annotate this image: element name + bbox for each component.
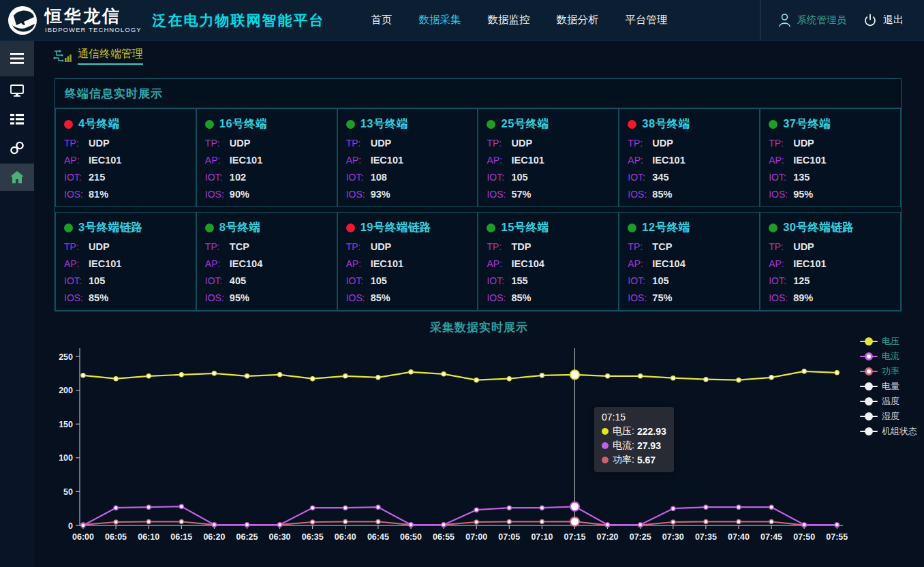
field-label: TP: (346, 241, 371, 252)
field-label: IOT: (64, 172, 89, 183)
field-value: UDP (652, 138, 673, 149)
legend-item-2[interactable]: 功率 (860, 364, 917, 379)
svg-text:0: 0 (68, 521, 73, 531)
legend-label: 电压 (882, 335, 899, 348)
breadcrumb-label[interactable]: 通信终端管理 (78, 47, 143, 65)
legend-marker (860, 337, 878, 346)
svg-text:07:45: 07:45 (760, 532, 782, 542)
terminal-card[interactable]: 15号终端TP:TDPAP:IEC104IOT:155IOS:85% (478, 212, 619, 311)
field-value: UDP (511, 138, 532, 149)
field-value: 93% (371, 189, 390, 200)
terminal-card[interactable]: 19号终端链路TP:UDPAP:IEC101IOT:105IOS:85% (337, 212, 478, 311)
svg-text:06:15: 06:15 (170, 532, 192, 542)
sidebar-item-list[interactable] (0, 105, 34, 134)
field-value: 81% (89, 189, 108, 200)
legend-item-1[interactable]: 电流 (860, 349, 917, 364)
chart-section: 采集数据实时展示 05010015020025006:0006:0506:100… (34, 320, 924, 557)
field-label: AP: (628, 258, 652, 269)
tooltip-series-name: 电流: (613, 440, 634, 452)
terminal-card[interactable]: 13号终端TP:UDPAP:IEC101IOT:108IOS:93% (337, 108, 478, 207)
terminal-card[interactable]: 12号终端TP:TCPAP:IEC104IOT:105IOS:75% (619, 212, 760, 311)
sidebar-item-link[interactable] (0, 134, 34, 162)
nav-item-3[interactable]: 数据分析 (557, 13, 599, 27)
main-nav: 首页数据采集数据监控数据分析平台管理 (371, 13, 668, 27)
legend-item-5[interactable]: 湿度 (860, 409, 917, 424)
svg-text:06:45: 06:45 (367, 532, 389, 542)
field-label: AP: (346, 155, 371, 166)
terminal-card[interactable]: 38号终端TP:UDPAP:IEC101IOT:345IOS:85% (619, 108, 760, 207)
sidebar-item-home[interactable] (0, 164, 34, 191)
field-label: AP: (487, 258, 511, 269)
legend-item-4[interactable]: 温度 (860, 394, 917, 409)
nav-item-2[interactable]: 数据监控 (488, 13, 530, 27)
field-label: AP: (628, 155, 652, 166)
terminal-card[interactable]: 8号终端TP:TCPAP:IEC104IOT:405IOS:95% (196, 212, 337, 311)
status-dot-green (487, 224, 495, 232)
legend-label: 电量 (882, 380, 899, 393)
terminal-card[interactable]: 3号终端链路TP:UDPAP:IEC101IOT:105IOS:85% (55, 212, 196, 311)
terminal-card[interactable]: 16号终端TP:UDPAP:IEC101IOT:102IOS:90% (196, 108, 337, 207)
field-value: IEC101 (793, 258, 826, 269)
field-value: 105 (89, 275, 105, 286)
svg-text:06:50: 06:50 (400, 532, 422, 542)
field-value: IEC101 (371, 155, 403, 166)
field-value: 85% (89, 292, 108, 303)
field-label: TP: (64, 241, 89, 252)
legend-item-0[interactable]: 电压 (860, 334, 917, 349)
field-value: 405 (230, 275, 246, 286)
user-icon (778, 13, 791, 28)
terminal-name: 3号终端链路 (78, 220, 143, 235)
legend-label: 功率 (882, 365, 899, 378)
field-value: 135 (793, 172, 810, 183)
legend-label: 温度 (882, 395, 899, 408)
svg-text:06:05: 06:05 (105, 532, 127, 542)
chart-canvas[interactable]: 05010015020025006:0006:0506:1006:1506:20… (49, 338, 860, 553)
legend-label: 电流 (882, 350, 899, 363)
terminal-field-ios: IOS:85% (64, 292, 187, 303)
user-name[interactable]: 系统管理员 (797, 14, 847, 27)
field-label: TP: (346, 138, 371, 149)
terminal-field-ios: IOS:57% (487, 189, 610, 200)
terminal-card[interactable]: 4号终端TP:UDPAP:IEC101IOT:215IOS:81% (55, 108, 196, 207)
tooltip-series-value: 222.93 (637, 426, 666, 437)
svg-text:07:50: 07:50 (793, 532, 815, 542)
power-icon[interactable] (863, 14, 877, 27)
terminal-field-tp: TP:UDP (769, 241, 892, 252)
terminal-field-iot: IOT:108 (346, 172, 469, 183)
field-label: AP: (205, 258, 230, 269)
terminal-card[interactable]: 25号终端TP:UDPAP:IEC101IOT:105IOS:57% (478, 108, 619, 207)
terminal-field-iot: IOT:405 (205, 275, 328, 286)
field-value: 125 (793, 275, 810, 286)
terminal-name: 16号终端 (219, 117, 267, 132)
nav-item-1[interactable]: 数据采集 (419, 13, 461, 27)
terminal-card[interactable]: 30号终端链路TP:UDPAP:IEC101IOT:125IOS:89% (760, 212, 901, 311)
svg-text:06:40: 06:40 (335, 532, 356, 542)
nav-item-0[interactable]: 首页 (371, 13, 392, 27)
sidebar (0, 41, 34, 567)
field-value: TDP (511, 241, 531, 252)
field-value: UDP (230, 138, 251, 149)
field-value: IEC104 (652, 258, 685, 269)
terminal-field-iot: IOT:215 (64, 172, 187, 183)
field-label: IOT: (769, 275, 793, 286)
terminal-field-tp: TP:TCP (205, 241, 328, 252)
field-label: IOS: (628, 189, 652, 200)
sidebar-item-menu[interactable] (0, 41, 34, 76)
svg-text:07:20: 07:20 (597, 532, 619, 542)
nav-item-4[interactable]: 平台管理 (626, 13, 668, 27)
legend-item-6[interactable]: 机组状态 (860, 424, 917, 439)
legend-label: 机组状态 (882, 425, 917, 438)
terminal-card[interactable]: 37号终端TP:UDPAP:IEC101IOT:135IOS:95% (760, 108, 901, 207)
terminal-field-ap: AP:IEC104 (205, 258, 328, 269)
terminal-field-ios: IOS:75% (628, 292, 751, 303)
field-label: IOS: (205, 292, 230, 303)
legend-marker (860, 412, 878, 420)
terminal-info-panel: 终端信息实时展示 4号终端TP:UDPAP:IEC101IOT:215IOS:8… (55, 78, 902, 311)
terminal-field-ios: IOS:95% (769, 189, 892, 200)
link-icon (10, 141, 25, 155)
legend-item-3[interactable]: 电量 (860, 379, 917, 394)
logout-button[interactable]: 退出 (883, 14, 904, 27)
field-value: 105 (652, 275, 668, 286)
sidebar-item-monitor[interactable] (0, 76, 34, 105)
terminal-field-ap: AP:IEC101 (769, 258, 892, 269)
